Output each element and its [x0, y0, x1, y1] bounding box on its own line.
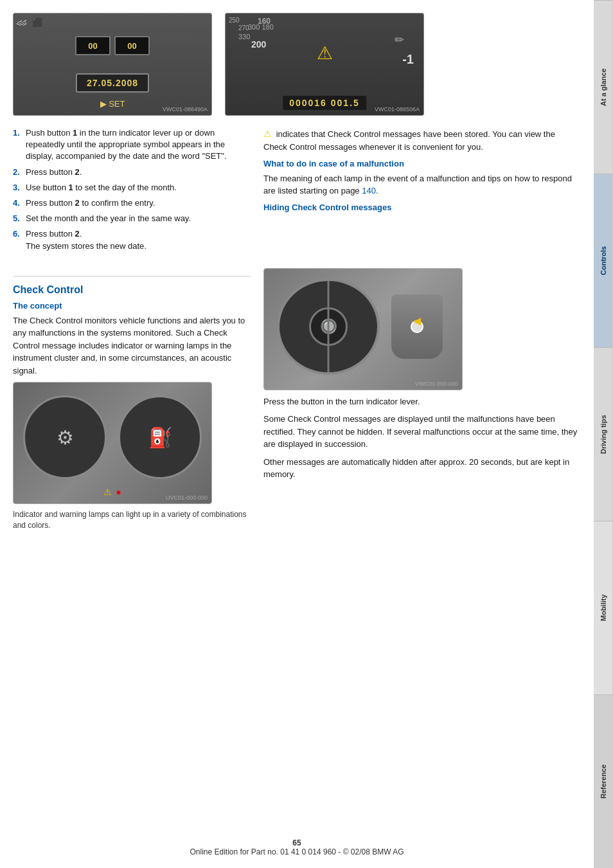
- step-num-5: 5.: [13, 213, 22, 224]
- sidebar-label-mobility: Mobility: [600, 595, 607, 622]
- step-5: 5. Set the month and the year in the sam…: [13, 213, 251, 224]
- speedo-top-nums: 🏎 ⬛: [17, 17, 43, 28]
- step-text-2: Press button 2.: [26, 167, 82, 178]
- hiding-para1: Press the button in the turn indicator l…: [263, 395, 581, 408]
- arrow-indicator: ◄: [411, 314, 423, 329]
- instrument-cluster-image: ⚙ ⛽ ⚠ ● UVC01-000-000: [13, 382, 212, 504]
- step-text-3: Use button 1 to set the day of the month…: [26, 182, 177, 194]
- malfunction-body-text: The meaning of each lamp in the event of…: [263, 174, 572, 196]
- date-lcd: 27.05.2008: [76, 73, 149, 93]
- step-text-1: Push button 1 in the turn indicator leve…: [26, 127, 251, 163]
- odometer-display: 000016 001.5: [283, 96, 366, 110]
- turn-indicator-image: 🔘 ◄ VWC01-000-000: [263, 268, 463, 390]
- hiding-heading: Hiding Check Control messages: [263, 203, 581, 212]
- malfunction-heading: What to do in case of a malfunction: [263, 159, 581, 168]
- step-text-6: Press button 2.The system stores the new…: [26, 228, 147, 251]
- section-divider: [13, 276, 251, 276]
- step-6: 6. Press button 2.The system stores the …: [13, 228, 251, 251]
- sidebar-label-reference: Reference: [600, 764, 607, 799]
- img-label-4: VWC01-000-000: [415, 381, 458, 387]
- cluster-caption: Indicator and warning lamps can light up…: [13, 509, 251, 531]
- sidebar-tab-controls[interactable]: Controls: [594, 174, 613, 347]
- step-num-4: 4.: [13, 197, 22, 209]
- step-num-6: 6.: [13, 228, 22, 251]
- hiding-para3: Other messages are automatically hidden …: [263, 456, 581, 481]
- warning-triangle-symbol: ⚠: [317, 43, 333, 63]
- warning-description: ⚠ indicates that Check Control messages …: [263, 127, 581, 154]
- footer-text: Online Edition for Part no. 01 41 0 014 …: [190, 847, 404, 856]
- warning-icon-inline: ⚠: [263, 129, 272, 139]
- step-3: 3. Use button 1 to set the day of the mo…: [13, 182, 251, 194]
- sidebar-tab-at-a-glance[interactable]: At a glance: [594, 0, 613, 174]
- page-number: 65: [292, 838, 301, 847]
- date-display-image: 🏎 ⬛ 00 00 27.05.2008 ▶ SET: [13, 13, 212, 121]
- step-num-2: 2.: [13, 167, 22, 178]
- sidebar-tab-mobility[interactable]: Mobility: [594, 521, 613, 694]
- cluster-right-icon: ⛽: [148, 426, 172, 449]
- set-arrow: ▶ SET: [100, 99, 125, 109]
- page-footer: 65 Online Edition for Part no. 01 41 0 0…: [0, 838, 594, 856]
- steps-list: 1. Push button 1 in the turn indicator l…: [13, 127, 251, 252]
- warning-desc-text: indicates that Check Control messages ha…: [263, 129, 555, 152]
- needle: ✏: [395, 33, 404, 47]
- malfunction-body-end: .: [376, 186, 378, 195]
- img-label-2: VWC01-086506A: [375, 106, 420, 113]
- sidebar-tab-reference[interactable]: Reference: [594, 694, 613, 868]
- step-num-1: 1.: [13, 127, 22, 163]
- step-num-3: 3.: [13, 182, 22, 194]
- step-text-5: Set the month and the year in the same w…: [26, 213, 191, 224]
- check-control-heading: Check Control: [13, 284, 251, 296]
- step-2: 2. Press button 2.: [13, 167, 251, 178]
- sidebar-label-at-a-glance: At a glance: [600, 68, 607, 106]
- img-label-1: VWC01-086490A: [163, 106, 208, 113]
- page-container: 🏎 ⬛ 00 00 27.05.2008 ▶ SET: [0, 0, 613, 868]
- malfunction-body: The meaning of each lamp in the event of…: [263, 172, 581, 197]
- cluster-left-icon: ⚙: [57, 426, 74, 449]
- sidebar-tab-driving-tips[interactable]: Driving tips: [594, 347, 613, 521]
- speedo-warning-image: 250 270 160 300 180 330 200 ⚠ -1 ✏: [225, 13, 424, 121]
- concept-subheading: The concept: [13, 301, 251, 311]
- hiding-para2: Some Check Control messages are displaye…: [263, 413, 581, 451]
- sidebar-label-driving-tips: Driving tips: [600, 415, 607, 454]
- page-link[interactable]: 140: [362, 186, 376, 195]
- step-text-4: Press button 2 to confirm the entry.: [26, 197, 155, 209]
- concept-body: The Check Control monitors vehicle funct…: [13, 314, 251, 377]
- warning-lamp-2: ●: [116, 487, 121, 497]
- step-1: 1. Push button 1 in the turn indicator l…: [13, 127, 251, 163]
- sidebar: At a glance Controls Driving tips Mobili…: [594, 0, 613, 868]
- sidebar-label-controls: Controls: [600, 246, 607, 275]
- main-content: 🏎 ⬛ 00 00 27.05.2008 ▶ SET: [0, 0, 594, 868]
- step-4: 4. Press button 2 to confirm the entry.: [13, 197, 251, 209]
- img-label-3: UVC01-000-000: [166, 494, 208, 501]
- fuel-indicator: -1: [402, 52, 414, 67]
- warning-lamp-1: ⚠: [103, 487, 112, 497]
